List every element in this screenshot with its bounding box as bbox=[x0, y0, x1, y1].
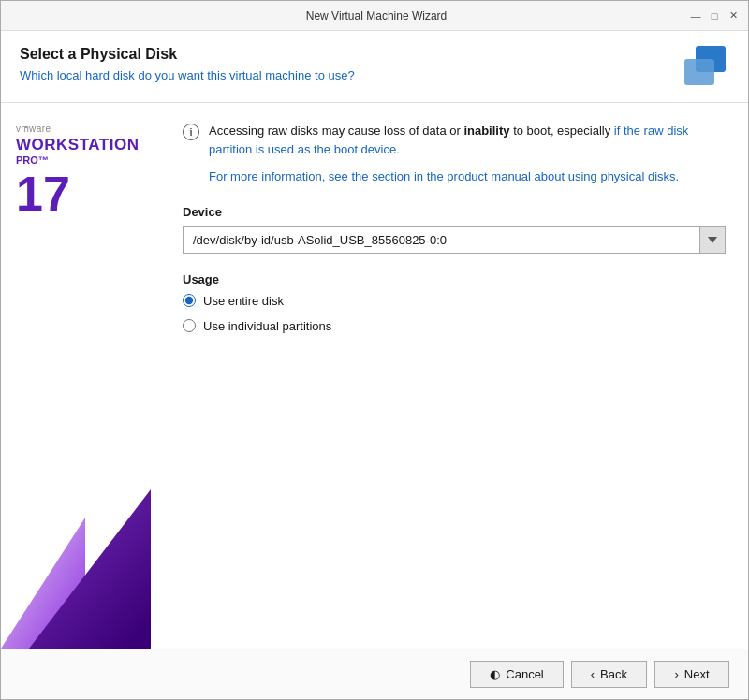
back-arrow-icon: ‹ bbox=[591, 667, 595, 681]
svg-text:vm: vm bbox=[16, 124, 29, 134]
titlebar: New Virtual Machine Wizard — □ ✕ bbox=[1, 1, 748, 31]
radio-entire-disk[interactable]: Use entire disk bbox=[183, 294, 726, 308]
wizard-window: New Virtual Machine Wizard — □ ✕ Select … bbox=[0, 0, 749, 700]
device-select[interactable]: /dev/disk/by-id/usb-ASolid_USB_85560825-… bbox=[183, 226, 726, 254]
usage-group: Usage Use entire disk Use individual par… bbox=[183, 272, 726, 333]
device-label: Device bbox=[183, 205, 726, 219]
cancel-button[interactable]: ◐ Cancel bbox=[470, 661, 563, 688]
cancel-icon: ◐ bbox=[490, 667, 500, 681]
close-button[interactable]: ✕ bbox=[726, 8, 741, 23]
device-group: Device /dev/disk/by-id/usb-ASolid_USB_85… bbox=[183, 205, 726, 254]
radio-individual-partitions-input[interactable] bbox=[183, 319, 196, 332]
sidebar-decoration bbox=[1, 461, 160, 649]
wizard-footer: ◐ Cancel ‹ Back › Next bbox=[1, 649, 748, 699]
vmware-logo: vm ware WORKSTATION PRO™ 17 bbox=[16, 122, 145, 218]
radio-individual-partitions-label: Use individual partitions bbox=[203, 319, 331, 333]
pro-label: PRO™ bbox=[16, 154, 145, 166]
right-panel: i Accessing raw disks may cause loss of … bbox=[160, 103, 748, 649]
wizard-content: Select a Physical Disk Which local hard … bbox=[1, 31, 748, 649]
next-arrow-icon: › bbox=[674, 667, 678, 681]
warning-text: Accessing raw disks may cause loss of da… bbox=[209, 122, 726, 186]
usage-label: Usage bbox=[183, 272, 726, 286]
next-label: Next bbox=[684, 667, 710, 681]
radio-individual-partitions[interactable]: Use individual partitions bbox=[183, 319, 726, 333]
wizard-header: Select a Physical Disk Which local hard … bbox=[1, 31, 748, 103]
radio-entire-disk-input[interactable] bbox=[183, 294, 196, 307]
wizard-body: vm ware WORKSTATION PRO™ 17 bbox=[1, 103, 748, 649]
svg-text:ware: ware bbox=[28, 124, 51, 134]
window-title: New Virtual Machine Wizard bbox=[65, 9, 688, 22]
svg-point-4 bbox=[25, 126, 27, 128]
page-title: Select a Physical Disk bbox=[20, 46, 355, 63]
radio-entire-disk-label: Use entire disk bbox=[203, 294, 284, 308]
sidebar: vm ware WORKSTATION PRO™ 17 bbox=[1, 103, 160, 649]
back-label: Back bbox=[600, 667, 627, 681]
version-number: 17 bbox=[16, 169, 145, 218]
warning-box: i Accessing raw disks may cause loss of … bbox=[183, 122, 726, 186]
svg-marker-6 bbox=[29, 489, 151, 649]
device-select-wrapper: /dev/disk/by-id/usb-ASolid_USB_85560825-… bbox=[183, 226, 726, 254]
info-icon: i bbox=[183, 124, 199, 140]
header-text: Select a Physical Disk Which local hard … bbox=[20, 46, 355, 82]
next-button[interactable]: › Next bbox=[654, 661, 729, 688]
svg-rect-1 bbox=[684, 59, 714, 85]
maximize-button[interactable]: □ bbox=[707, 8, 722, 23]
cancel-label: Cancel bbox=[506, 667, 543, 681]
vmware-label: vm ware bbox=[16, 122, 145, 137]
workstation-label: WORKSTATION bbox=[16, 137, 145, 154]
minimize-button[interactable]: — bbox=[688, 8, 703, 23]
header-icon bbox=[681, 46, 729, 91]
window-controls: — □ ✕ bbox=[688, 8, 741, 23]
back-button[interactable]: ‹ Back bbox=[571, 661, 647, 688]
page-subtitle: Which local hard disk do you want this v… bbox=[20, 68, 355, 82]
